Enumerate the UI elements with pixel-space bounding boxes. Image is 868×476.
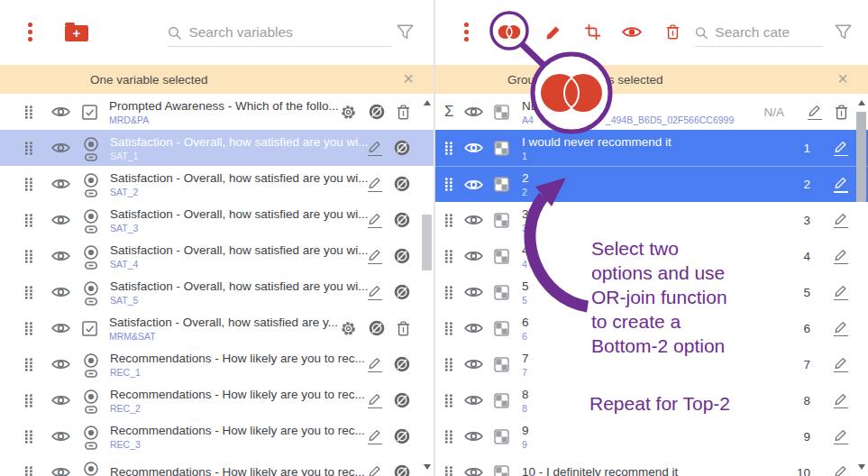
radio-linked-variable-icon[interactable] [82,281,100,306]
drag-handle-icon[interactable] [24,322,33,335]
category-type-icon[interactable] [494,429,509,444]
category-type-icon[interactable] [494,357,509,372]
visibility-icon[interactable] [464,394,483,407]
edit-icon[interactable] [834,140,848,157]
variable-row[interactable]: Satisfaction - Overall, how satisfied ar… [0,202,434,238]
drag-handle-icon[interactable] [24,394,33,407]
category-type-icon[interactable] [494,213,509,228]
drag-handle-icon[interactable] [444,394,453,407]
category-type-icon[interactable] [494,141,509,156]
drag-handle-icon[interactable] [444,358,453,371]
edit-icon[interactable] [834,392,848,409]
settings-icon[interactable] [340,104,357,121]
drag-handle-icon[interactable] [24,250,33,263]
visibility-icon[interactable] [51,394,70,407]
variable-row[interactable]: Satisfaction - Overall, how satisfied ar… [0,238,434,274]
visibility-icon[interactable] [464,286,483,298]
radio-linked-variable-icon[interactable] [82,426,100,450]
category-row[interactable]: Σ NET A4 _494B_B6D5_02F566CC6999 N/A [435,94,868,130]
exclude-values-icon[interactable] [394,248,410,264]
delete-icon[interactable] [397,321,410,336]
exclude-values-icon[interactable] [394,284,410,300]
visibility-icon[interactable] [464,250,483,262]
or-join-icon[interactable] [498,24,521,40]
crop-icon[interactable] [585,24,600,40]
checkbox-variable-icon[interactable] [82,321,97,336]
visibility-icon[interactable] [51,214,70,226]
category-type-icon[interactable] [494,249,509,264]
visibility-icon[interactable] [464,322,483,334]
drag-handle-icon[interactable] [444,214,453,227]
visibility-icon[interactable] [51,322,70,334]
visibility-icon[interactable] [51,358,70,371]
close-icon[interactable]: × [403,69,414,87]
checkbox-variable-icon[interactable] [82,105,97,120]
variable-row[interactable]: Prompted Awareness - Which of the follo.… [0,94,434,130]
scroll-down-arrow-icon[interactable] [858,464,865,470]
scroll-up-arrow-icon[interactable] [858,100,865,105]
exclude-values-icon[interactable] [394,464,410,476]
overflow-menu-icon[interactable] [464,23,469,41]
visibility-icon[interactable] [464,430,483,443]
visibility-icon[interactable] [464,142,483,154]
variable-row[interactable]: Satisfaction - Overall, how satisfied ar… [0,130,434,166]
category-row[interactable]: 9 9 9 [435,418,868,454]
drag-handle-icon[interactable] [444,322,453,335]
variable-row[interactable]: Recommendations - How likely are you to … [0,346,434,382]
edit-icon[interactable] [368,464,382,476]
filter-icon[interactable] [397,24,414,40]
drag-handle-icon[interactable] [24,286,33,299]
variable-row[interactable]: Recommendations - How likely are you to … [0,382,434,418]
exclude-values-icon[interactable] [394,428,410,444]
edit-icon[interactable] [834,356,848,373]
category-row[interactable]: 6 6 6 [435,310,868,346]
scrollbar-thumb[interactable] [856,112,866,202]
visibility-icon[interactable] [464,358,483,371]
visibility-icon[interactable] [51,466,70,476]
radio-linked-variable-icon[interactable] [82,353,100,378]
visibility-icon[interactable] [51,250,70,262]
edit-icon[interactable] [834,428,848,445]
category-type-icon[interactable] [494,285,509,300]
exclude-values-icon[interactable] [369,320,385,336]
drag-handle-icon[interactable] [444,286,453,299]
edit-icon[interactable] [368,176,382,193]
exclude-values-icon[interactable] [394,140,410,156]
settings-icon[interactable] [340,320,357,337]
exclude-values-icon[interactable] [394,212,410,228]
close-icon[interactable]: × [837,69,848,87]
exclude-values-icon[interactable] [394,176,410,192]
visibility-icon[interactable] [51,178,70,190]
radio-linked-variable-icon[interactable] [82,245,100,270]
variable-row[interactable]: Satisfaction - Overall, how satisfied ar… [0,274,434,310]
edit-icon[interactable] [834,464,848,476]
drag-handle-icon[interactable] [24,358,33,371]
visibility-icon[interactable] [51,430,70,443]
drag-handle-icon[interactable] [24,430,33,444]
category-type-icon[interactable] [494,393,509,408]
radio-linked-variable-icon[interactable] [82,209,100,233]
delete-icon[interactable] [397,105,410,120]
category-type-icon[interactable] [494,105,509,120]
scroll-up-arrow-icon[interactable] [424,100,431,105]
edit-icon[interactable] [368,140,382,157]
radio-linked-variable-icon[interactable] [82,173,100,197]
edit-icon[interactable] [368,284,382,301]
delete-icon[interactable] [835,105,848,120]
drag-handle-icon[interactable] [444,142,453,155]
drag-handle-icon[interactable] [24,142,33,155]
overflow-menu-icon[interactable] [28,23,32,41]
visibility-icon[interactable] [464,105,483,118]
edit-icon[interactable] [368,212,382,229]
category-row[interactable]: 2 2 2 [435,166,868,202]
edit-icon[interactable] [834,248,848,265]
drag-handle-icon[interactable] [24,105,33,119]
category-row[interactable]: 3 3 3 [435,202,868,238]
drag-handle-icon[interactable] [444,250,453,263]
edit-icon[interactable] [808,104,822,121]
exclude-values-icon[interactable] [394,356,410,372]
drag-handle-icon[interactable] [444,178,453,191]
search-variables-input[interactable] [188,24,391,41]
edit-icon[interactable] [368,428,382,445]
search-categories-input[interactable] [715,24,823,41]
